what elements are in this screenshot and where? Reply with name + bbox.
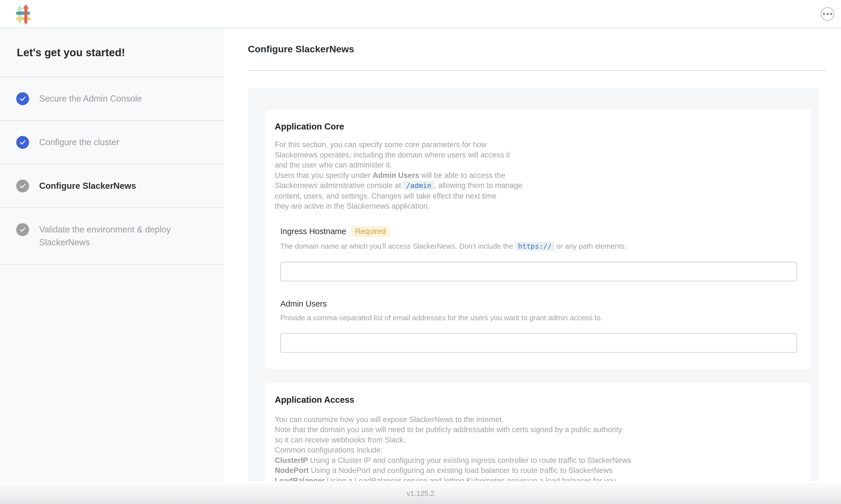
page-title: Configure SlackerNews <box>248 43 826 55</box>
step-label: Validate the environment & deploy Slacke… <box>39 223 187 249</box>
application-core-card: Application Core For this section, you c… <box>265 110 811 369</box>
top-header <box>0 0 841 28</box>
sidebar-step-secure-admin-console[interactable]: Secure the Admin Console <box>0 77 224 121</box>
https-code-chip: https:// <box>515 242 554 251</box>
config-main-panel: Configure SlackerNews Application Core F… <box>224 28 841 483</box>
application-access-description: You can customize how you will expose Sl… <box>275 414 797 481</box>
sidebar-step-configure-cluster[interactable]: Configure the cluster <box>0 121 224 164</box>
version-footer: v1.125.2 <box>0 483 841 504</box>
step-label: Configure the cluster <box>39 136 119 149</box>
check-circle-icon <box>16 136 29 149</box>
setup-steps-sidebar: Let's get you started! Secure the Admin … <box>0 28 224 483</box>
application-core-description: For this section, you can specify some c… <box>275 140 797 212</box>
slackernews-logo-icon <box>16 4 32 24</box>
config-form-panel: Application Core For this section, you c… <box>248 88 819 481</box>
admin-users-input[interactable] <box>280 333 797 353</box>
ingress-hostname-label: Ingress Hostname <box>280 227 346 236</box>
step-label: Configure SlackerNews <box>39 180 136 193</box>
content-row: Let's get you started! Secure the Admin … <box>0 28 841 483</box>
admin-users-label: Admin Users <box>280 299 327 308</box>
application-access-heading: Application Access <box>275 395 797 405</box>
application-access-card: Application Access You can customize how… <box>265 383 811 481</box>
version-label: v1.125.2 <box>407 489 434 498</box>
sidebar-step-configure-slackernews[interactable]: Configure SlackerNews <box>0 164 224 208</box>
ingress-hostname-help: The domain name at which you'll access S… <box>280 241 797 251</box>
admin-users-help: Provide a comma-separated list of email … <box>280 313 797 323</box>
admin-path-code-chip: /admin <box>403 181 434 190</box>
sidebar-step-validate-deploy[interactable]: Validate the environment & deploy Slacke… <box>0 208 224 265</box>
check-circle-icon <box>16 92 29 105</box>
more-menu-button[interactable] <box>821 7 834 21</box>
required-badge: Required <box>351 226 390 237</box>
ingress-hostname-field: Ingress Hostname Required The domain nam… <box>280 226 797 281</box>
ingress-hostname-input[interactable] <box>280 262 797 281</box>
ellipsis-icon <box>823 13 832 15</box>
admin-users-field: Admin Users Provide a comma-separated li… <box>280 299 797 353</box>
step-label: Secure the Admin Console <box>39 92 142 105</box>
check-circle-icon <box>16 223 29 236</box>
title-divider <box>248 70 826 71</box>
application-core-heading: Application Core <box>275 122 797 132</box>
check-circle-icon <box>16 180 29 193</box>
sidebar-title: Let's get you started! <box>0 28 224 77</box>
